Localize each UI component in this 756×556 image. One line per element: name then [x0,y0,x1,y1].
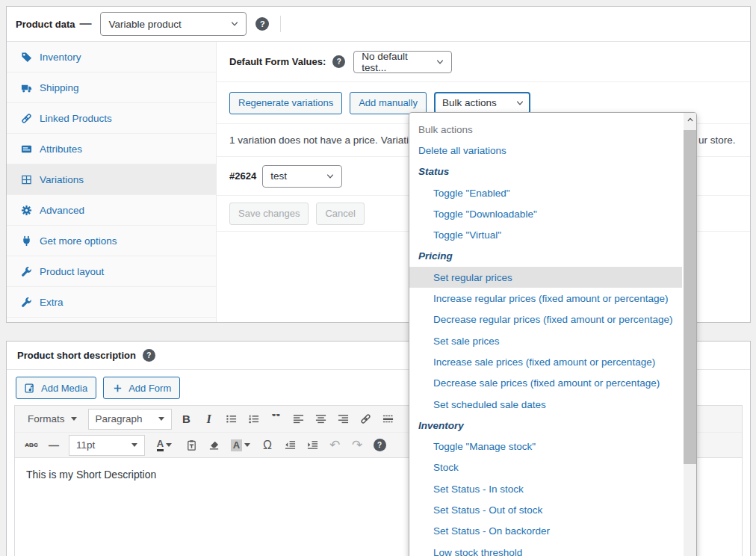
dropdown-option[interactable]: Low stock threshold [409,542,682,556]
dropdown-option[interactable]: Increase sale prices (fixed amount or pe… [409,351,682,372]
tab-icon [21,113,32,124]
tab-label: Advanced [40,205,84,216]
tab-product-layout[interactable]: Product layout [7,256,216,287]
add-manually-button[interactable]: Add manually [350,92,427,114]
tab-label: Extra [40,297,63,308]
align-right-button[interactable] [333,410,354,429]
background-color-button[interactable]: A [226,436,255,455]
align-left-button[interactable] [288,410,309,429]
caret-down-icon [244,443,250,447]
tab-label: Attributes [40,143,82,155]
increase-indent-button[interactable] [302,436,323,455]
caret-down-icon [131,443,137,447]
add-form-button[interactable]: Add Form [103,377,180,399]
tab-get-more-options[interactable]: Get more options [7,226,216,256]
dropdown-option[interactable]: Stock [409,457,682,478]
dropdown-option[interactable]: Toggle "Virtual" [409,224,682,245]
tab-variations[interactable]: Variations [7,164,216,195]
blockquote-button[interactable]: “ [266,410,287,429]
tab-attributes[interactable]: Attributes [7,134,216,164]
tab-extra[interactable]: Extra [7,287,216,318]
dropdown-option[interactable]: Delete all variations [409,140,682,161]
dropdown-option[interactable]: Set regular prices [409,267,682,288]
scrollbar-thumb[interactable] [684,130,696,464]
clear-formatting-button[interactable] [203,436,224,455]
default-form-values-value: No default test... [362,51,431,73]
variation-id: #2624 [229,170,256,182]
bulk-actions-dropdown: Bulk actions Delete all variations Statu… [409,112,697,556]
font-size-select[interactable]: 11pt [69,435,145,456]
tab-linked-products[interactable]: Linked Products [7,103,216,134]
align-center-button[interactable] [311,410,332,429]
tab-label: Shipping [40,82,79,93]
link-button[interactable] [356,410,377,429]
tab-inventory[interactable]: Inventory [7,42,216,72]
dropdown-option[interactable]: Toggle "Manage stock" [409,436,682,457]
bulk-actions-select[interactable]: Bulk actions [434,92,530,114]
paragraph-value: Paragraph [96,413,143,424]
scroll-up-button[interactable] [684,113,696,126]
tab-icon [21,297,32,308]
dropdown-option[interactable]: Set Status - On backorder [409,521,682,542]
bold-button[interactable]: B [176,410,197,429]
paragraph-select[interactable]: Paragraph [88,409,172,430]
dropdown-option: Status [409,161,682,182]
bulk-actions-value: Bulk actions [442,97,497,108]
dropdown-option[interactable]: Increase regular prices (fixed amount or… [409,288,682,309]
caret-down-icon [71,417,77,421]
regenerate-variations-button[interactable]: Regenerate variations [229,92,342,114]
text-color-button[interactable]: A [149,436,179,455]
redo-button[interactable]: ↷ [347,436,368,455]
variation-attribute-value: test [270,170,287,182]
horizontal-rule-button[interactable]: — [43,436,64,455]
more-tag-button[interactable] [378,410,399,429]
special-character-button[interactable]: Ω [257,436,278,455]
undo-button[interactable]: ↶ [324,436,345,455]
dropdown-option[interactable]: Toggle "Downloadable" [409,203,682,224]
italic-button[interactable]: I [199,410,220,429]
product-type-value: Variable product [108,19,181,30]
tab-advanced[interactable]: Advanced [7,195,216,226]
dropdown-option[interactable]: Set scheduled sale dates [409,394,682,415]
dropdown-scrollbar[interactable] [684,113,696,556]
tab-label: Linked Products [40,113,112,124]
variation-attribute-select[interactable]: test [262,165,342,188]
strikethrough-button[interactable]: ABC [21,436,42,455]
bulk-actions-options: Bulk actions Delete all variations Statu… [409,113,682,556]
dropdown-option: Pricing [409,246,682,267]
caret-down-icon [158,417,164,421]
save-changes-button[interactable]: Save changes [229,203,309,225]
product-type-select[interactable]: Variable product [100,12,247,36]
numbered-list-button[interactable] [244,410,264,429]
dropdown-option[interactable]: Set Status - Out of stock [409,499,682,520]
font-size-value: 11pt [76,439,95,451]
decrease-indent-button[interactable] [279,436,300,455]
help-icon[interactable]: ? [332,55,345,68]
add-media-button[interactable]: Add Media [16,377,96,399]
media-button-icon [25,383,36,394]
help-icon[interactable]: ? [255,17,269,31]
media-button-icon [112,383,123,394]
default-form-values-select[interactable]: No default test... [353,51,452,73]
dropdown-option[interactable]: Set sale prices [409,330,682,351]
product-data-tabs: Inventory Shipping Linked Products [7,42,217,322]
dropdown-option[interactable]: Bulk actions [409,119,682,140]
tab-shipping[interactable]: Shipping [7,72,216,103]
tab-label: Variations [40,174,84,185]
caret-down-icon [166,443,172,447]
tab-label: Product layout [40,266,104,277]
paste-as-text-button[interactable] [181,436,202,455]
formats-dropdown[interactable]: Formats [21,409,84,430]
product-data-header: Product data — Variable product ? [7,7,750,42]
dropdown-option[interactable]: Set Status - In stock [409,478,682,499]
dropdown-option[interactable]: Decrease sale prices (fixed amount or pe… [409,373,682,394]
keyboard-shortcuts-button[interactable]: ? [369,436,390,455]
variation-notice: 1 variation does not have a price. Varia… [229,135,431,146]
bullet-list-button[interactable] [221,410,242,429]
dropdown-option[interactable]: Toggle "Enabled" [409,182,682,203]
chevron-down-icon [436,58,444,67]
cancel-button[interactable]: Cancel [316,203,364,225]
dropdown-option[interactable]: Decrease regular prices (fixed amount or… [409,309,682,330]
tab-icon [21,235,32,247]
help-icon[interactable]: ? [143,349,155,362]
